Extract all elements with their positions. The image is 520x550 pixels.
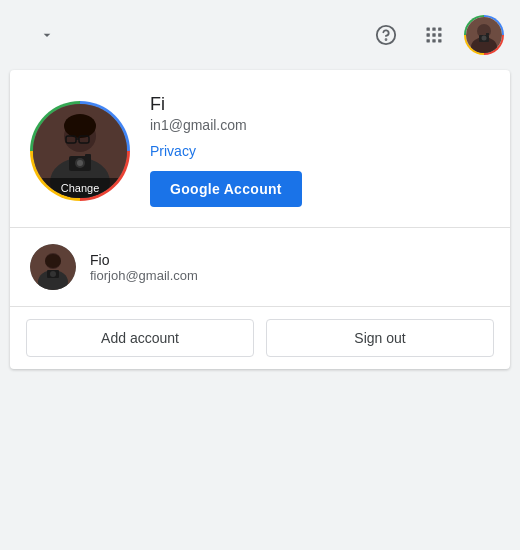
svg-point-27 (77, 160, 83, 166)
svg-rect-3 (432, 28, 435, 31)
profile-name: Fi (150, 94, 490, 115)
profile-info: Fi in1@gmail.com Privacy Google Account (150, 94, 490, 207)
add-account-button[interactable]: Add account (26, 319, 254, 357)
apps-button[interactable] (416, 17, 452, 53)
dropdown-icon[interactable] (32, 20, 62, 50)
profile-section: Change Fi in1@gmail.com Privacy Google A… (10, 70, 510, 228)
svg-rect-5 (427, 33, 430, 36)
svg-rect-6 (432, 33, 435, 36)
change-label[interactable]: Change (33, 178, 127, 198)
svg-rect-8 (427, 39, 430, 42)
top-avatar[interactable] (464, 15, 504, 55)
sign-out-button[interactable]: Sign out (266, 319, 494, 357)
google-account-button[interactable]: Google Account (150, 171, 302, 207)
secondary-account[interactable]: Fio fiorjoh@gmail.com (10, 228, 510, 307)
svg-rect-2 (427, 28, 430, 31)
svg-rect-4 (438, 28, 441, 31)
avatar-ring: Change (30, 101, 130, 201)
svg-point-1 (386, 39, 387, 40)
avatar-wrap: Change (30, 101, 130, 201)
svg-rect-28 (85, 154, 91, 158)
svg-rect-10 (438, 39, 441, 42)
secondary-name: Fio (90, 252, 490, 268)
secondary-avatar (30, 244, 76, 290)
dropdown-arrow-wrap[interactable] (32, 20, 62, 50)
privacy-link[interactable]: Privacy (150, 143, 490, 159)
svg-point-31 (45, 254, 61, 268)
svg-point-20 (64, 114, 96, 138)
secondary-info: Fio fiorjoh@gmail.com (90, 252, 490, 283)
svg-rect-7 (438, 33, 441, 36)
secondary-email: fiorjoh@gmail.com (90, 268, 490, 283)
top-bar (0, 0, 520, 70)
svg-point-15 (482, 36, 487, 41)
action-row: Add account Sign out (10, 307, 510, 369)
account-card: Change Fi in1@gmail.com Privacy Google A… (10, 70, 510, 369)
svg-rect-9 (432, 39, 435, 42)
profile-email: in1@gmail.com (150, 117, 490, 133)
avatar-image: Change (33, 104, 127, 198)
help-button[interactable] (368, 17, 404, 53)
svg-rect-16 (486, 33, 489, 35)
svg-point-34 (50, 271, 56, 277)
